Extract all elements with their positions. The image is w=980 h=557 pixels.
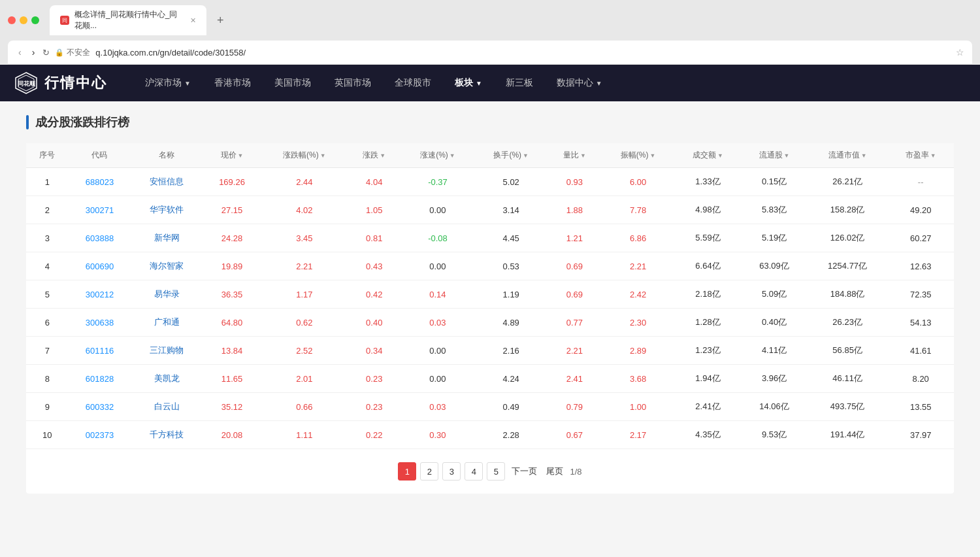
page-info: 1/8 [570, 467, 581, 477]
rank-cell: 7 [26, 337, 69, 365]
nav-item-uk[interactable]: 英国市场 [323, 65, 383, 101]
code-cell[interactable]: 600690 [69, 252, 131, 280]
next-page-button[interactable]: 下一页 [509, 465, 540, 477]
table-row: 4 600690 海尔智家 19.89 2.21 0.43 0.00 0.53 … [26, 252, 954, 280]
change-cell: 0.23 [348, 365, 401, 393]
market-cap-cell: 26.21亿 [808, 168, 888, 196]
name-cell[interactable]: 广和通 [131, 309, 203, 337]
name-cell[interactable]: 华宇软件 [131, 196, 203, 224]
nav-item-global[interactable]: 全球股市 [383, 65, 443, 101]
code-cell[interactable]: 002373 [69, 421, 131, 449]
change-pct-cell: 1.11 [261, 421, 348, 449]
browser-tab[interactable]: 同 概念详情_同花顺行情中心_同花顺... ✕ [50, 5, 206, 35]
forward-button[interactable]: › [29, 46, 38, 59]
nav-item-usa[interactable]: 美国市场 [263, 65, 323, 101]
price-cell: 11.65 [203, 365, 261, 393]
page-3-button[interactable]: 3 [442, 462, 461, 481]
name-cell[interactable]: 三江购物 [131, 337, 203, 365]
volume-ratio-cell: 0.77 [547, 309, 601, 337]
table-row: 6 300638 广和通 64.80 0.62 0.40 0.03 4.89 0… [26, 309, 954, 337]
th-pe[interactable]: 市盈率▼ [887, 143, 954, 168]
tab-close-button[interactable]: ✕ [190, 16, 196, 25]
price-cell: 24.28 [203, 224, 261, 252]
name-cell[interactable]: 白云山 [131, 393, 203, 421]
th-speed[interactable]: 涨速(%)▼ [401, 143, 474, 168]
code-cell[interactable]: 300212 [69, 280, 131, 309]
price-cell: 19.89 [203, 252, 261, 280]
amplitude-cell: 2.42 [602, 280, 675, 309]
code-cell[interactable]: 600332 [69, 393, 131, 421]
url-display[interactable]: q.10jqka.com.cn/gn/detail/code/301558/ [95, 48, 951, 58]
table-row: 2 300271 华宇软件 27.15 4.02 1.05 0.00 3.14 … [26, 196, 954, 224]
logo-text: 行情中心 [44, 73, 107, 93]
main-content: 成分股涨跌排行榜 序号 代码 名称 现价▼ 涨跌幅(%)▼ 涨跌▼ 涨速(%)▼… [0, 101, 980, 507]
name-cell[interactable]: 易华录 [131, 280, 203, 309]
code-cell[interactable]: 601828 [69, 365, 131, 393]
turnover-cell: 2.28 [474, 421, 547, 449]
th-market-cap[interactable]: 流通市值▼ [808, 143, 888, 168]
pe-cell: 49.20 [887, 196, 954, 224]
table-header-row: 序号 代码 名称 现价▼ 涨跌幅(%)▼ 涨跌▼ 涨速(%)▼ 换手(%)▼ 量… [26, 143, 954, 168]
volume-ratio-cell: 0.93 [547, 168, 601, 196]
new-tab-button[interactable]: + [212, 11, 229, 30]
code-cell[interactable]: 688023 [69, 168, 131, 196]
code-cell[interactable]: 300638 [69, 309, 131, 337]
th-change[interactable]: 涨跌▼ [348, 143, 401, 168]
page-5-button[interactable]: 5 [487, 462, 505, 481]
rank-cell: 1 [26, 168, 69, 196]
minimize-button[interactable] [20, 16, 27, 24]
last-page-button[interactable]: 尾页 [544, 465, 566, 477]
nav-item-shanghai[interactable]: 沪深市场▼ [133, 65, 203, 101]
page-1-button[interactable]: 1 [398, 462, 416, 481]
th-amplitude[interactable]: 振幅(%)▼ [602, 143, 675, 168]
maximize-button[interactable] [31, 16, 39, 24]
section-bar-indicator [26, 115, 29, 129]
security-text: 不安全 [67, 47, 90, 58]
th-rank: 序号 [26, 143, 69, 168]
th-price[interactable]: 现价▼ [203, 143, 261, 168]
name-cell[interactable]: 新华网 [131, 224, 203, 252]
page-2-button[interactable]: 2 [420, 462, 438, 481]
amount-cell: 5.59亿 [675, 224, 742, 252]
circulating-cell: 0.15亿 [741, 168, 808, 196]
code-cell[interactable]: 300271 [69, 196, 131, 224]
bookmark-icon[interactable]: ☆ [956, 47, 964, 58]
market-cap-cell: 126.02亿 [808, 224, 888, 252]
volume-ratio-cell: 0.67 [547, 421, 601, 449]
section-header: 成分股涨跌排行榜 [26, 114, 954, 130]
change-cell: 0.42 [348, 280, 401, 309]
name-cell[interactable]: 千方科技 [131, 421, 203, 449]
nav-item-datacenter[interactable]: 数据中心▼ [545, 65, 614, 101]
name-cell[interactable]: 美凯龙 [131, 365, 203, 393]
nav-item-newboard[interactable]: 新三板 [494, 65, 545, 101]
th-circulating[interactable]: 流通股▼ [741, 143, 808, 168]
svg-text:同花顺: 同花顺 [18, 80, 36, 87]
site-logo[interactable]: 同花顺 行情中心 [13, 70, 107, 96]
name-cell[interactable]: 海尔智家 [131, 252, 203, 280]
th-change-pct[interactable]: 涨跌幅(%)▼ [261, 143, 348, 168]
pe-cell: 72.35 [887, 280, 954, 309]
th-turnover[interactable]: 换手(%)▼ [474, 143, 547, 168]
turnover-cell: 3.14 [474, 196, 547, 224]
back-button[interactable]: ‹ [16, 46, 24, 59]
nav-item-hongkong[interactable]: 香港市场 [203, 65, 263, 101]
pe-cell: 13.55 [887, 393, 954, 421]
change-cell: 0.43 [348, 252, 401, 280]
speed-cell: 0.14 [401, 280, 474, 309]
th-volume-ratio[interactable]: 量比▼ [547, 143, 601, 168]
amplitude-cell: 2.30 [602, 309, 675, 337]
change-cell: 0.81 [348, 224, 401, 252]
page-4-button[interactable]: 4 [465, 462, 483, 481]
amplitude-cell: 6.00 [602, 168, 675, 196]
rank-cell: 8 [26, 365, 69, 393]
th-amount[interactable]: 成交额▼ [675, 143, 742, 168]
name-cell[interactable]: 安恒信息 [131, 168, 203, 196]
code-cell[interactable]: 603888 [69, 224, 131, 252]
reload-button[interactable]: ↻ [42, 48, 50, 58]
market-cap-cell: 493.75亿 [808, 393, 888, 421]
turnover-cell: 0.53 [474, 252, 547, 280]
market-cap-cell: 56.85亿 [808, 337, 888, 365]
close-button[interactable] [8, 16, 16, 24]
nav-item-board[interactable]: 板块▼ [443, 65, 494, 101]
code-cell[interactable]: 601116 [69, 337, 131, 365]
